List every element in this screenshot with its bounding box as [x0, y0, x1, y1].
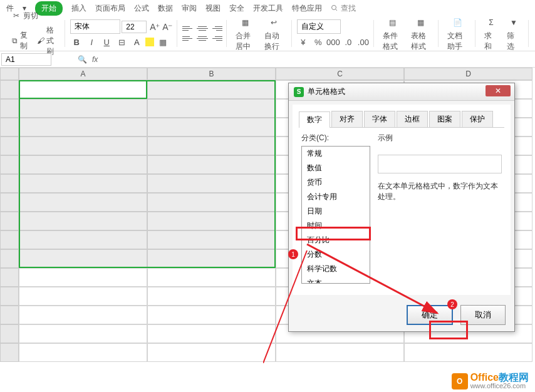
align-left[interactable] [182, 34, 195, 43]
sum-button[interactable]: Σ 求和 [480, 16, 502, 52]
tab-view[interactable]: 视图 [205, 3, 221, 14]
close-button[interactable]: ✕ [486, 85, 511, 96]
underline-button[interactable]: U [100, 36, 113, 48]
category-list[interactable]: 常规 数值 货币 会计专用 日期 时间 百分比 分数 科学记数 文本 特殊 自定… [301, 146, 370, 284]
cell[interactable] [404, 343, 532, 362]
cell[interactable] [19, 174, 147, 193]
strikethrough-button[interactable]: ⊟ [115, 36, 128, 48]
cell[interactable] [147, 193, 276, 212]
col-header-d[interactable]: D [404, 68, 532, 80]
cell[interactable] [147, 137, 276, 155]
align-top-center[interactable] [196, 24, 209, 33]
cell[interactable] [19, 155, 147, 174]
cat-scientific[interactable]: 科学记数 [302, 262, 370, 276]
cat-date[interactable]: 日期 [302, 204, 370, 219]
cell[interactable] [19, 99, 147, 118]
table-style-button[interactable]: ▦ 表格样式 [407, 16, 434, 52]
cat-accounting[interactable]: 会计专用 [302, 190, 370, 204]
cell[interactable] [19, 343, 147, 362]
cell[interactable] [19, 118, 147, 137]
align-center[interactable] [196, 34, 209, 43]
dlg-tab-align[interactable]: 对齐 [331, 111, 363, 127]
font-name-select[interactable]: 宋体 [70, 19, 120, 34]
dialog-titlebar[interactable]: S 单元格格式 ✕ [289, 83, 514, 101]
cell[interactable] [276, 343, 404, 362]
cell[interactable] [147, 268, 276, 287]
percent-button[interactable]: % [312, 36, 325, 48]
tab-dev-tools[interactable]: 开发工具 [253, 3, 283, 14]
font-color-button[interactable]: A [130, 36, 143, 48]
cell[interactable] [19, 268, 147, 287]
dlg-tab-protect[interactable]: 保护 [462, 111, 493, 127]
cat-fraction[interactable]: 分数 [302, 247, 370, 262]
cell[interactable] [19, 193, 147, 212]
cat-number[interactable]: 数值 [302, 161, 370, 175]
tab-security[interactable]: 安全 [229, 3, 244, 14]
cell[interactable] [19, 80, 147, 99]
tab-data[interactable]: 数据 [158, 3, 173, 14]
cell[interactable] [19, 230, 147, 249]
align-top-left[interactable] [182, 24, 195, 33]
tab-special[interactable]: 特色应用 [292, 3, 322, 14]
cell[interactable] [147, 212, 276, 230]
comma-button[interactable]: 000 [327, 36, 340, 48]
border-button[interactable]: ▦ [157, 36, 169, 48]
cat-percentage[interactable]: 百分比 [302, 233, 370, 247]
fx-label[interactable]: fx [92, 55, 98, 64]
cell[interactable] [147, 230, 276, 249]
cell[interactable] [147, 174, 276, 193]
cancel-button[interactable]: 取消 [460, 305, 506, 325]
number-format-select[interactable]: 自定义 [297, 19, 341, 34]
search-area[interactable]: 查找 [331, 3, 356, 14]
decrease-decimal-button[interactable]: .00 [357, 36, 370, 48]
align-right[interactable] [210, 34, 222, 43]
cell[interactable] [147, 324, 276, 343]
cat-text[interactable]: 文本 [302, 276, 370, 284]
dlg-tab-font[interactable]: 字体 [364, 111, 395, 127]
wrap-text-button[interactable]: ↩ 自动换行 [261, 16, 288, 52]
cat-time[interactable]: 时间 [302, 219, 370, 233]
tab-page-layout[interactable]: 页面布局 [95, 3, 125, 14]
dlg-tab-number[interactable]: 数字 [299, 111, 330, 128]
cell[interactable] [19, 212, 147, 230]
tab-insert[interactable]: 插入 [71, 3, 86, 14]
doc-helper-button[interactable]: 📄 文档助手 [444, 16, 471, 52]
bold-button[interactable]: B [70, 36, 83, 48]
cell[interactable] [147, 287, 276, 306]
cell[interactable] [147, 343, 276, 362]
dlg-tab-border[interactable]: 边框 [397, 111, 428, 127]
italic-button[interactable]: I [85, 36, 98, 48]
tab-formula[interactable]: 公式 [134, 3, 149, 14]
dlg-tab-pattern[interactable]: 图案 [429, 111, 460, 127]
cat-currency[interactable]: 货币 [302, 175, 370, 190]
name-box[interactable]: A1 [1, 53, 51, 66]
fill-color-button[interactable] [145, 38, 154, 46]
col-header-a[interactable]: A [19, 68, 147, 80]
col-header-b[interactable]: B [147, 68, 276, 80]
cell[interactable] [147, 99, 276, 118]
currency-button[interactable]: ¥ [297, 36, 309, 48]
select-all-corner[interactable] [0, 68, 19, 80]
cell[interactable] [147, 155, 276, 174]
cell[interactable] [147, 80, 276, 99]
decrease-font-button[interactable]: A⁻ [162, 21, 173, 33]
cell[interactable] [19, 249, 147, 268]
cell[interactable] [147, 306, 276, 324]
cell[interactable] [19, 324, 147, 343]
align-top-right[interactable] [210, 24, 222, 33]
increase-decimal-button[interactable]: .0 [342, 36, 355, 48]
conditional-format-button[interactable]: ▤ 条件格式 [379, 16, 406, 52]
merge-center-button[interactable]: ▦ 合并居中 [232, 16, 259, 52]
tab-review[interactable]: 审阅 [182, 3, 197, 14]
cell[interactable] [19, 287, 147, 306]
cat-general[interactable]: 常规 [302, 147, 370, 161]
cut-button[interactable]: ✂ 剪切 [10, 9, 61, 23]
filter-button[interactable]: ▼ 筛选 [503, 16, 524, 52]
increase-font-button[interactable]: A⁺ [149, 21, 160, 33]
cell[interactable] [19, 137, 147, 155]
cell[interactable] [147, 118, 276, 137]
ok-button[interactable]: 确定 [407, 305, 453, 325]
font-size-select[interactable]: 22 [122, 21, 147, 33]
zoom-icon[interactable]: 🔍 [78, 55, 87, 64]
cell[interactable] [147, 249, 276, 268]
